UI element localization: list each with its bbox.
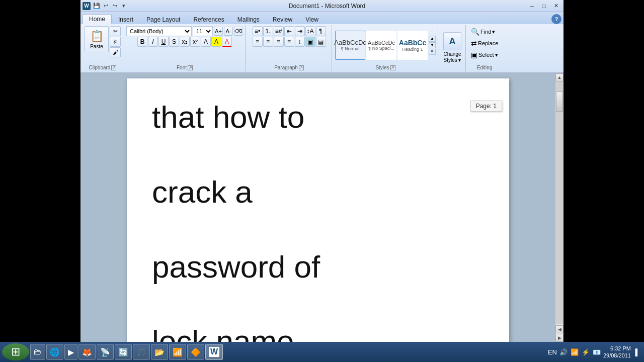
tray-icon4[interactable]: 📧: [592, 347, 601, 356]
next-page-button[interactable]: ▶: [555, 334, 564, 342]
taskbar-ie-btn[interactable]: 🌐: [46, 344, 63, 360]
taskbar-network-btn[interactable]: 📡: [97, 344, 114, 360]
tab-view[interactable]: View: [299, 14, 325, 24]
paragraph-group: ≡• 1. ≡# ⇤ ⇥ ↕A ¶ ≡ ≡ ≡ ≡ ↕ ▣: [247, 25, 332, 71]
styles-more[interactable]: ≡: [429, 49, 436, 55]
font-row1: Calibri (Body) 11 A+ A- ⌫: [126, 26, 243, 36]
title-bar-left: W 💾 ↩ ↪ ▾: [83, 2, 128, 10]
start-button[interactable]: ⊞: [2, 343, 29, 360]
decrease-font-btn[interactable]: A-: [224, 27, 233, 36]
line-spacing-button[interactable]: ↕: [295, 37, 305, 47]
change-styles-button[interactable]: A ChangeStyles ▾: [441, 30, 463, 65]
minimize-button[interactable]: ─: [526, 2, 537, 10]
clear-format-btn[interactable]: ⌫: [234, 27, 243, 36]
decrease-indent-button[interactable]: ⇤: [284, 26, 294, 36]
replace-button[interactable]: ⇄ Replace: [469, 38, 500, 49]
tab-page-layout[interactable]: Page Layout: [140, 14, 187, 24]
format-painter-button[interactable]: 🖌: [110, 47, 121, 57]
para-row2: ≡ ≡ ≡ ≡ ↕ ▣ ▤: [253, 37, 326, 47]
change-styles-group: A ChangeStyles ▾: [439, 25, 466, 71]
styles-scroll-down[interactable]: ▼: [429, 42, 436, 48]
redo-quick-btn[interactable]: ↪: [111, 2, 119, 10]
clipboard-expand[interactable]: ↗: [111, 65, 116, 70]
cut-button[interactable]: ✂: [110, 26, 121, 36]
font-color-button[interactable]: A: [222, 37, 232, 47]
taskbar-vlc-btn[interactable]: 🔶: [187, 344, 204, 360]
align-right-button[interactable]: ≡: [274, 37, 284, 47]
document-content[interactable]: that how to crack a password of lock nam…: [152, 99, 484, 351]
vertical-scrollbar[interactable]: ▲ ◀ ▶ ▼: [555, 73, 564, 351]
superscript-button[interactable]: x²: [190, 37, 200, 47]
styles-scroll-up[interactable]: ▲: [429, 36, 436, 42]
tab-home[interactable]: Home: [83, 14, 112, 24]
justify-button[interactable]: ≡: [284, 37, 294, 47]
copy-button[interactable]: ⎘: [110, 37, 121, 47]
ribbon-content: 📋 Paste ✂ ⎘ 🖌 Clipboard ↗: [80, 24, 564, 72]
save-quick-btn[interactable]: 💾: [93, 2, 101, 10]
style-heading1[interactable]: AaBbCc Heading 1: [397, 31, 428, 60]
editing-content: 🔍 Find ▾ ⇄ Replace ▣ Select ▾: [469, 26, 500, 64]
shading-button[interactable]: ▣: [305, 37, 315, 47]
numbering-button[interactable]: 1.: [263, 26, 273, 36]
tab-mailings[interactable]: Mailings: [231, 14, 266, 24]
strikethrough-button[interactable]: S: [169, 37, 179, 47]
taskbar-files-btn[interactable]: 📂: [151, 344, 168, 360]
taskbar-music-btn[interactable]: 🎵: [133, 344, 150, 360]
taskbar-sync-btn[interactable]: 🔄: [115, 344, 132, 360]
change-styles-content: A ChangeStyles ▾: [441, 26, 463, 69]
window-controls: ─ □ ✕: [526, 2, 561, 10]
paragraph-expand[interactable]: ↗: [299, 65, 304, 70]
scroll-track[interactable]: [555, 81, 564, 324]
subscript-button[interactable]: x₂: [180, 37, 190, 47]
underline-button[interactable]: U: [158, 37, 169, 47]
tab-references[interactable]: References: [187, 14, 230, 24]
tab-review[interactable]: Review: [266, 14, 299, 24]
tab-insert[interactable]: Insert: [112, 14, 140, 24]
taskbar-media-btn[interactable]: ▶: [64, 344, 77, 360]
increase-indent-button[interactable]: ⇥: [295, 26, 305, 36]
text-highlight-button[interactable]: A: [211, 37, 221, 47]
font-expand[interactable]: ↗: [188, 65, 193, 70]
align-left-button[interactable]: ≡: [253, 37, 263, 47]
tray-icon2[interactable]: 📶: [570, 347, 579, 356]
find-button[interactable]: 🔍 Find ▾: [469, 26, 500, 37]
paste-button[interactable]: 📋 Paste: [85, 26, 109, 52]
prev-page-button[interactable]: ◀: [555, 325, 564, 333]
borders-button[interactable]: ▤: [316, 37, 326, 47]
scroll-side-buttons: ◀ ▶: [555, 325, 564, 342]
italic-button[interactable]: I: [148, 37, 158, 47]
document-scroll[interactable]: that how to crack a password of lock nam…: [80, 73, 555, 351]
align-center-button[interactable]: ≡: [263, 37, 273, 47]
page-indicator: Page: 1: [470, 101, 502, 112]
taskbar-word-btn[interactable]: W: [205, 344, 223, 360]
style-normal[interactable]: AaBbCcDc ¶ Normal: [335, 31, 365, 60]
increase-font-btn[interactable]: A+: [214, 27, 223, 36]
scroll-up-button[interactable]: ▲: [555, 73, 564, 81]
bold-button[interactable]: B: [137, 37, 147, 47]
show-marks-button[interactable]: ¶: [316, 26, 326, 36]
taskbar-network2-btn[interactable]: 📶: [169, 344, 186, 360]
editing-group: 🔍 Find ▾ ⇄ Replace ▣ Select ▾: [467, 25, 502, 71]
customize-quick-btn[interactable]: ▾: [120, 2, 128, 10]
taskbar-firefox-btn[interactable]: 🦊: [78, 344, 96, 360]
font-size-select[interactable]: 11: [193, 26, 213, 36]
select-button[interactable]: ▣ Select ▾: [469, 49, 500, 60]
undo-quick-btn[interactable]: ↩: [102, 2, 110, 10]
help-button[interactable]: ?: [551, 14, 561, 24]
tray-icon3[interactable]: ⚡: [581, 347, 590, 356]
system-clock[interactable]: 6:32 PM 29/08/2011: [603, 345, 631, 359]
maximize-button[interactable]: □: [538, 2, 549, 10]
close-button[interactable]: ✕: [550, 2, 561, 10]
bullets-button[interactable]: ≡•: [253, 26, 263, 36]
styles-expand[interactable]: ↗: [390, 65, 395, 70]
show-desktop-btn[interactable]: ▌: [633, 347, 642, 356]
sort-button[interactable]: ↕A: [305, 26, 315, 36]
font-name-select[interactable]: Calibri (Body): [126, 26, 192, 36]
scroll-thumb[interactable]: [556, 92, 563, 112]
document-page[interactable]: that how to crack a password of lock nam…: [127, 78, 509, 351]
text-effects-button[interactable]: A: [201, 37, 211, 47]
style-no-spacing[interactable]: AaBbCcDc ¶ No Spaci...: [366, 31, 396, 60]
taskbar-explorer-btn[interactable]: 🗁: [30, 344, 45, 360]
tray-icon1[interactable]: 🔊: [559, 347, 568, 356]
multilevel-list-button[interactable]: ≡#: [274, 26, 284, 36]
